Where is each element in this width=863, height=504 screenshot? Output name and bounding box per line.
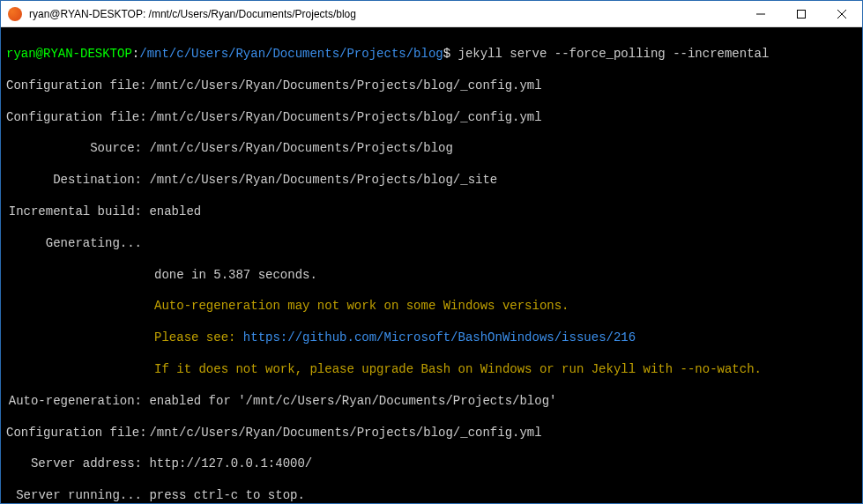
command-text: jekyll serve --force_polling --increment… <box>450 47 769 61</box>
config-file-line: Configuration file: /mnt/c/Users/Ryan/Do… <box>6 110 857 126</box>
config-file-line: Configuration file: /mnt/c/Users/Ryan/Do… <box>6 78 857 94</box>
prompt-path: /mnt/c/Users/Ryan/Documents/Projects/blo… <box>139 47 443 61</box>
maximize-button[interactable] <box>781 1 822 26</box>
auto-regen-line: Auto-regeneration: enabled for '/mnt/c/U… <box>6 394 857 410</box>
warning-line: Please see: https://github.com/Microsoft… <box>6 330 857 346</box>
done-line: done in 5.387 seconds. <box>6 268 857 284</box>
svg-rect-1 <box>798 10 806 18</box>
window-title: ryan@RYAN-DESKTOP: /mnt/c/Users/Ryan/Doc… <box>29 8 740 20</box>
warning-line: If it does not work, please upgrade Bash… <box>6 362 857 378</box>
window-titlebar: ryan@RYAN-DESKTOP: /mnt/c/Users/Ryan/Doc… <box>1 1 862 27</box>
incremental-line: Incremental build: enabled <box>6 204 857 220</box>
issue-link: https://github.com/Microsoft/BashOnWindo… <box>243 330 636 345</box>
prompt-userhost: ryan@RYAN-DESKTOP <box>6 47 132 61</box>
generating-line: Generating... <box>6 236 857 252</box>
config-file-line: Configuration file: /mnt/c/Users/Ryan/Do… <box>6 426 857 441</box>
terminal-output[interactable]: ryan@RYAN-DESKTOP:/mnt/c/Users/Ryan/Docu… <box>1 27 862 503</box>
server-running-line: Server running... press ctrl-c to stop. <box>6 488 857 503</box>
prompt-sep1: : <box>132 47 139 61</box>
close-button[interactable] <box>822 1 862 26</box>
warning-line: Auto-regeneration may not work on some W… <box>6 299 857 315</box>
server-address-line: Server address: http://127.0.0.1:4000/ <box>6 456 857 472</box>
window-controls <box>740 1 862 26</box>
destination-line: Destination: /mnt/c/Users/Ryan/Documents… <box>6 173 857 189</box>
prompt-line: ryan@RYAN-DESKTOP:/mnt/c/Users/Ryan/Docu… <box>6 47 857 63</box>
minimize-button[interactable] <box>740 1 781 26</box>
prompt-sep2: $ <box>443 47 450 61</box>
ubuntu-icon <box>8 7 22 21</box>
source-line: Source: /mnt/c/Users/Ryan/Documents/Proj… <box>6 141 857 157</box>
